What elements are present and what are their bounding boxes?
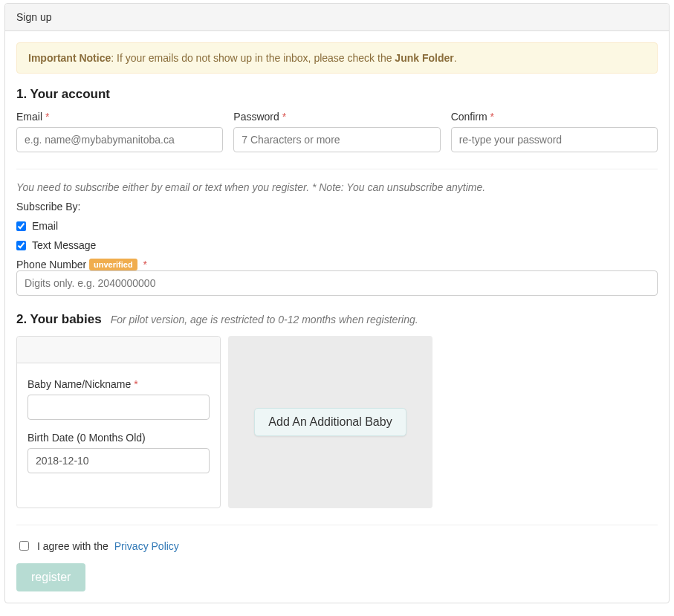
notice-suffix: Junk Folder [395,52,453,64]
required-asterisk: * [134,378,137,390]
unverified-badge: unverified [89,259,137,270]
confirm-input[interactable] [451,127,658,152]
required-asterisk: * [143,259,147,270]
subscribe-email-checkbox[interactable] [16,221,26,231]
subscribe-text-label: Text Message [32,239,96,251]
register-button[interactable]: register [16,563,85,591]
babies-row: Baby Name/Nickname * Birth Date (0 Month… [16,336,658,508]
baby-card: Baby Name/Nickname * Birth Date (0 Month… [16,336,221,508]
notice-middle: : If your emails do not show up in the i… [111,52,395,64]
baby-name-label: Baby Name/Nickname * [27,378,210,390]
subscribe-text-row: Text Message [16,239,658,251]
add-baby-card: Add An Additional Baby [228,336,432,508]
agree-row: I agree with the Privacy Policy [16,539,658,553]
birth-date-label: Birth Date (0 Months Old) [27,432,210,444]
required-asterisk: * [282,111,286,123]
baby-name-input[interactable] [27,395,210,420]
subscribe-email-label: Email [32,220,58,232]
divider [16,169,658,169]
required-asterisk: * [45,111,49,123]
agree-checkbox[interactable] [19,541,29,551]
phone-input[interactable] [16,270,658,296]
section-1-heading: 1. Your account [16,87,658,102]
add-additional-baby-button[interactable]: Add An Additional Baby [254,408,406,436]
subscribe-email-row: Email [16,220,658,232]
email-input[interactable] [16,127,223,152]
signup-panel: Sign up Important Notice: If your emails… [4,3,670,603]
panel-title: Sign up [5,4,669,31]
phone-label: Phone Number unverified * [16,259,147,270]
subscribe-by-label: Subscribe By: [16,201,658,213]
baby-card-header [17,337,220,363]
notice-prefix: Important Notice [28,52,111,64]
email-label: Email * [16,111,223,123]
confirm-label: Confirm * [451,111,658,123]
agree-prefix: I agree with the [37,540,108,552]
important-notice-alert: Important Notice: If your emails do not … [16,42,658,74]
birth-date-input[interactable] [27,448,210,473]
password-label: Password * [233,111,440,123]
account-fields-row: Email * Password * Confirm * [16,111,658,152]
notice-period: . [454,52,457,64]
subscribe-hint: You need to subscribe either by email or… [16,181,658,193]
babies-hint: For pilot version, age is restricted to … [111,314,418,325]
subscribe-text-checkbox[interactable] [16,241,26,250]
privacy-policy-link[interactable]: Privacy Policy [114,540,179,552]
required-asterisk: * [490,111,494,123]
divider [16,525,658,525]
password-input[interactable] [233,127,440,152]
section-2-heading: 2. Your babies [16,312,102,327]
panel-body: Important Notice: If your emails do not … [5,31,669,603]
